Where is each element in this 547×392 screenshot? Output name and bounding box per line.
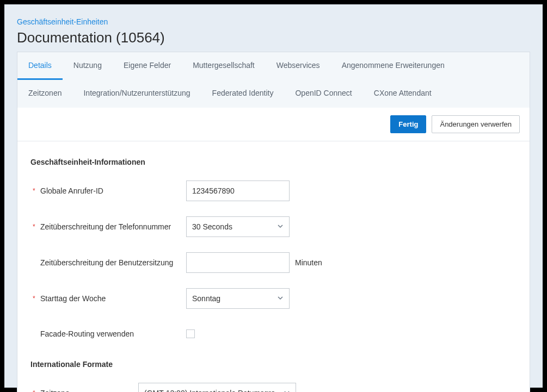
- tabs-row-1: Details Nutzung Eigene Felder Muttergese…: [17, 52, 530, 108]
- label-timezone: Zeitzone: [40, 388, 70, 392]
- tab-muttergesellschaft[interactable]: Muttergesellschaft: [182, 52, 266, 80]
- label-week-start: Starttag der Woche: [40, 294, 106, 303]
- phone-timeout-value: 30 Seconds: [192, 222, 232, 231]
- chevron-down-icon: [284, 389, 290, 392]
- session-timeout-input[interactable]: [186, 252, 290, 273]
- global-caller-id-input[interactable]: [186, 181, 290, 201]
- field-facade-routing: Facade-Routing verwenden: [30, 324, 517, 344]
- required-marker: *: [33, 295, 40, 302]
- tab-integration[interactable]: Integration/Nutzerunterstützung: [72, 80, 201, 108]
- label-session-timeout: Zeitüberschreitung der Benutzersitzung: [40, 258, 173, 267]
- field-timezone: * Zeitzone (GMT-12:00) Internationale Da…: [30, 383, 517, 392]
- actions-bar: Fertig Änderungen verwerfen: [17, 108, 530, 141]
- chevron-down-icon: [277, 294, 284, 303]
- content-area: Geschäftseinheit-Informationen * Globale…: [17, 141, 530, 392]
- label-global-caller-id: Globale Anrufer-ID: [40, 186, 103, 196]
- timezone-select[interactable]: (GMT-12:00) Internationale Datumsgrenze: [138, 383, 296, 392]
- timezone-value: (GMT-12:00) Internationale Datumsgrenze: [144, 389, 284, 392]
- label-phone-timeout: Zeitüberschreitung der Telefonnummer: [40, 222, 171, 232]
- session-timeout-suffix: Minuten: [295, 258, 322, 267]
- tab-cxone-attendant[interactable]: CXone Attendant: [363, 80, 442, 108]
- field-phone-timeout: * Zeitüberschreitung der Telefonnummer 3…: [30, 216, 517, 237]
- header: Geschäftseinheit-Einheiten Documentation…: [5, 5, 542, 52]
- field-week-start: * Starttag der Woche Sonntag: [30, 288, 517, 309]
- chevron-down-icon: [277, 222, 284, 231]
- tab-webservices[interactable]: Webservices: [266, 52, 331, 80]
- main-card: Details Nutzung Eigene Felder Muttergese…: [17, 52, 530, 392]
- tab-federated-identity[interactable]: Federated Identity: [201, 80, 285, 108]
- facade-routing-checkbox[interactable]: [186, 329, 195, 338]
- required-marker: *: [33, 223, 40, 231]
- week-start-select[interactable]: Sonntag: [186, 288, 290, 309]
- tab-nutzung[interactable]: Nutzung: [63, 52, 113, 80]
- done-button[interactable]: Fertig: [390, 115, 426, 133]
- required-marker: *: [33, 389, 40, 392]
- section-bu-info: Geschäftseinheit-Informationen: [30, 158, 517, 166]
- page-title: Documentation (10564): [17, 29, 530, 46]
- field-session-timeout: Zeitüberschreitung der Benutzersitzung M…: [30, 252, 517, 273]
- tab-erweiterungen[interactable]: Angenommene Erweiterungen: [331, 52, 456, 80]
- breadcrumb-link[interactable]: Geschäftseinheit-Einheiten: [17, 17, 108, 26]
- phone-timeout-select[interactable]: 30 Seconds: [186, 216, 290, 237]
- tab-openid-connect[interactable]: OpenID Connect: [284, 80, 362, 108]
- tab-details[interactable]: Details: [17, 52, 63, 80]
- section-intl-formats: Internationale Formate: [30, 360, 517, 369]
- tab-eigene-felder[interactable]: Eigene Felder: [113, 52, 182, 80]
- week-start-value: Sonntag: [192, 294, 220, 303]
- required-marker: *: [33, 187, 40, 195]
- field-global-caller-id: * Globale Anrufer-ID: [30, 181, 517, 201]
- discard-button[interactable]: Änderungen verwerfen: [432, 115, 520, 133]
- label-facade-routing: Facade-Routing verwenden: [40, 329, 134, 339]
- tab-zeitzonen[interactable]: Zeitzonen: [17, 80, 72, 108]
- app-frame: Geschäftseinheit-Einheiten Documentation…: [4, 4, 543, 388]
